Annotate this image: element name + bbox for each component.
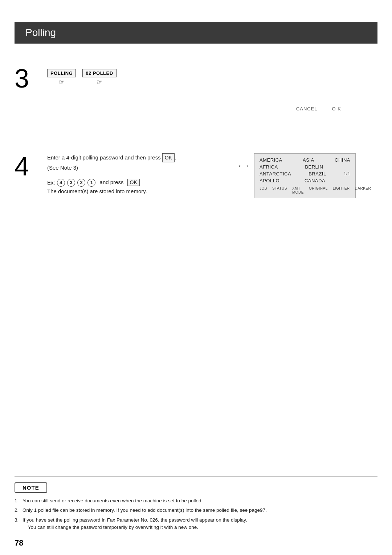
step-4-screen: AMERICA ASIA CHINA AFRICA BERLIN ANTARCT… bbox=[254, 153, 356, 198]
polled-button-box: 02 POLLED ☞ bbox=[82, 69, 116, 86]
screen-antarctica: ANTARCTICA bbox=[260, 171, 291, 177]
polling-button[interactable]: POLLING bbox=[47, 69, 76, 77]
circle-4: 4 bbox=[57, 179, 65, 187]
status-xmt-mode: XMT MODE bbox=[292, 186, 304, 194]
screen-display: AMERICA ASIA CHINA AFRICA BERLIN ANTARCT… bbox=[254, 153, 356, 198]
screen-status-bar: JOB STATUS XMT MODE ORIGINAL LIGHTER DAR… bbox=[260, 186, 350, 194]
screen-page: 1/1 bbox=[344, 171, 350, 177]
note-item-3: If you have set the polling password in … bbox=[15, 516, 377, 531]
polled-cursor-icon: ☞ bbox=[97, 78, 102, 86]
polling-button-box: POLLING ☞ bbox=[47, 69, 76, 86]
screen-row-4: APOLLO CANADA bbox=[260, 178, 350, 183]
screen-canada: CANADA bbox=[305, 178, 325, 183]
note-item-2: Only 1 polled file can be stored in memo… bbox=[15, 507, 377, 514]
screen-row-2: AFRICA BERLIN bbox=[260, 164, 350, 170]
note-section: NOTE You can still send or receive docum… bbox=[15, 477, 377, 533]
screen-brazil: BRAZIL bbox=[309, 171, 326, 177]
status-original: ORIGINAL bbox=[309, 186, 328, 194]
password-stars: * * bbox=[238, 164, 250, 170]
screen-america: AMERICA bbox=[260, 157, 282, 163]
screen-apollo: APOLLO bbox=[260, 178, 279, 183]
step-3-container: 3 POLLING ☞ 02 POLLED ☞ bbox=[15, 65, 377, 92]
screen-berlin: BERLIN bbox=[305, 164, 323, 170]
step-3-buttons: POLLING ☞ 02 POLLED ☞ bbox=[47, 69, 117, 86]
step-4-ok-btn[interactable]: OK bbox=[162, 153, 175, 162]
note-header: NOTE bbox=[15, 482, 47, 493]
page-number: 78 bbox=[15, 538, 23, 548]
step-4-container: 4 Enter a 4-digit polling password and t… bbox=[15, 153, 377, 194]
status-job: JOB bbox=[260, 186, 267, 194]
screen-africa: AFRICA bbox=[260, 164, 278, 170]
polling-cursor-icon: ☞ bbox=[59, 78, 65, 86]
screen-row-1: AMERICA ASIA CHINA bbox=[260, 157, 350, 163]
note-item-1: You can still send or receive documents … bbox=[15, 497, 377, 505]
circle-2: 2 bbox=[77, 179, 85, 187]
screen-china: CHINA bbox=[335, 157, 350, 163]
note-list: You can still send or receive documents … bbox=[15, 497, 377, 531]
step-3-number: 3 bbox=[15, 65, 40, 92]
ex-ok-btn[interactable]: OK bbox=[127, 179, 140, 186]
step-4-number: 4 bbox=[15, 153, 40, 179]
status-lighter: LIGHTER bbox=[333, 186, 350, 194]
status-darker: DARKER bbox=[355, 186, 371, 194]
note-divider bbox=[15, 477, 377, 477]
cancel-button[interactable]: CANCEL bbox=[296, 106, 318, 112]
status-status: STATUS bbox=[272, 186, 287, 194]
circle-1: 1 bbox=[87, 179, 95, 187]
screen-row-3: ANTARCTICA BRAZIL 1/1 bbox=[260, 171, 350, 177]
screen-asia: ASIA bbox=[303, 157, 314, 163]
ex-press: and press bbox=[100, 179, 124, 185]
circle-3: 3 bbox=[67, 179, 75, 187]
ok-button[interactable]: O K bbox=[332, 106, 341, 112]
step-3-screen-area: CANCEL O K bbox=[15, 102, 377, 124]
ex-label: Ex: bbox=[47, 179, 55, 185]
page-title: Polling bbox=[15, 22, 377, 44]
polled-button[interactable]: 02 POLLED bbox=[82, 69, 116, 77]
